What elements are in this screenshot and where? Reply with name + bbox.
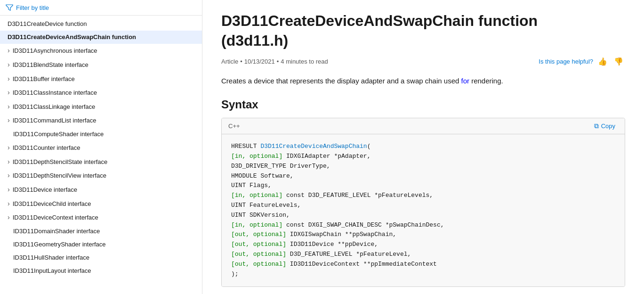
sidebar-item-id3d11async[interactable]: ID3D11Asynchronous interface <box>0 44 202 58</box>
code-line: D3D_DRIVER_TYPE DriverType, <box>231 162 615 172</box>
code-line: ); <box>231 270 615 279</box>
code-line: [out, optional] ID3D11Device **ppDevice, <box>231 240 615 250</box>
code-block: C++ ⧉ Copy HRESULT D3D11CreateDeviceAndS… <box>221 118 625 287</box>
sidebar-item-id3d11device[interactable]: ID3D11Device interface <box>0 183 202 197</box>
meta-sep1: • <box>240 58 242 65</box>
sidebar-item-id3d11depthstencilstate[interactable]: ID3D11DepthStencilState interface <box>0 155 202 169</box>
code-lang: C++ <box>228 122 240 130</box>
sidebar-item-d3d11createdevice[interactable]: D3D11CreateDevice function <box>0 17 202 31</box>
page-title: D3D11CreateDeviceAndSwapChain function (… <box>221 11 625 50</box>
copy-label: Copy <box>601 122 615 130</box>
sidebar: Filter by title D3D11CreateDevice functi… <box>0 0 202 294</box>
code-header: C++ ⧉ Copy <box>222 118 625 134</box>
code-line: [out, optional] IDXGISwapChain **ppSwapC… <box>231 230 615 240</box>
code-line: [out, optional] D3D_FEATURE_LEVEL *pFeat… <box>231 250 615 260</box>
code-line: UINT SDKVersion, <box>231 211 615 220</box>
code-body: HRESULT D3D11CreateDeviceAndSwapChain( [… <box>222 134 625 286</box>
code-line: UINT FeatureLevels, <box>231 201 615 211</box>
main-content: D3D11CreateDeviceAndSwapChain function (… <box>202 0 644 294</box>
article-read-time: 4 minutes to read <box>281 58 328 65</box>
sidebar-item-id3d11commandlist[interactable]: ID3D11CommandList interface <box>0 114 202 128</box>
sidebar-item-id3d11devicecontext[interactable]: ID3D11DeviceContext interface <box>0 211 202 225</box>
filter-bar[interactable]: Filter by title <box>0 0 202 16</box>
filter-icon <box>6 4 13 11</box>
article-type: Article <box>221 58 238 65</box>
syntax-title: Syntax <box>221 98 625 111</box>
sidebar-item-id3d11domainshader[interactable]: ID3D11DomainShader interface <box>0 225 202 238</box>
filter-label: Filter by title <box>16 4 49 11</box>
sidebar-item-id3d11computeshader[interactable]: ID3D11ComputeShader interface <box>0 128 202 141</box>
sidebar-item-id3d11buffer[interactable]: ID3D11Buffer interface <box>0 72 202 86</box>
helpful-text: Is this page helpful? <box>539 58 593 65</box>
sidebar-item-id3d11geometryshader[interactable]: ID3D11GeometryShader interface <box>0 238 202 251</box>
description: Creates a device that represents the dis… <box>221 75 625 87</box>
sidebar-item-id3d11hullshader[interactable]: ID3D11HullShader interface <box>0 251 202 264</box>
sidebar-item-d3d11createdeviceandswapchain[interactable]: D3D11CreateDeviceAndSwapChain function <box>0 31 202 44</box>
code-line: [in, optional] const D3D_FEATURE_LEVEL *… <box>231 191 615 201</box>
helpful-section: Is this page helpful? 👍 👎 <box>539 56 625 67</box>
article-meta: Article • 10/13/2021 • 4 minutes to read… <box>221 56 625 67</box>
meta-left: Article • 10/13/2021 • 4 minutes to read <box>221 58 328 65</box>
sidebar-item-id3d11classlinkage[interactable]: ID3D11ClassLinkage interface <box>0 100 202 114</box>
code-line: UINT Flags, <box>231 181 615 191</box>
sidebar-item-id3d11inputlayout[interactable]: ID3D11InputLayout interface <box>0 264 202 278</box>
copy-icon: ⧉ <box>594 122 599 130</box>
sidebar-list: D3D11CreateDevice functionD3D11CreateDev… <box>0 16 202 294</box>
copy-button[interactable]: ⧉ Copy <box>591 121 618 131</box>
code-line: HRESULT D3D11CreateDeviceAndSwapChain( <box>231 142 615 152</box>
thumbs-down-button[interactable]: 👎 <box>612 56 625 67</box>
code-line: [in, optional] const DXGI_SWAP_CHAIN_DES… <box>231 220 615 230</box>
meta-sep2: • <box>277 58 279 65</box>
sidebar-item-id3d11counter[interactable]: ID3D11Counter interface <box>0 141 202 155</box>
article-date: 10/13/2021 <box>244 58 275 65</box>
sidebar-item-id3d11blendstate[interactable]: ID3D11BlendState interface <box>0 58 202 72</box>
thumbs-up-button[interactable]: 👍 <box>596 56 609 67</box>
sidebar-item-id3d11classinstance[interactable]: ID3D11ClassInstance interface <box>0 86 202 100</box>
code-line: [in, optional] IDXGIAdapter *pAdapter, <box>231 152 615 162</box>
code-line: HMODULE Software, <box>231 172 615 181</box>
sidebar-item-id3d11depthstencilview[interactable]: ID3D11DepthStencilView interface <box>0 169 202 183</box>
sidebar-item-id3d11devicechild[interactable]: ID3D11DeviceChild interface <box>0 197 202 211</box>
code-line: [out, optional] ID3D11DeviceContext **pp… <box>231 260 615 270</box>
